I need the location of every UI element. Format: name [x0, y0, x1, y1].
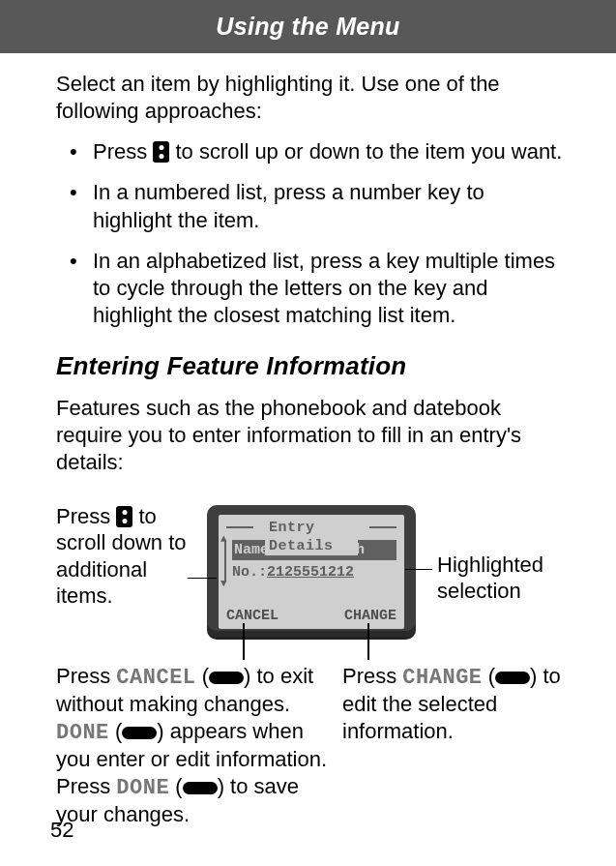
callout-line	[405, 569, 432, 571]
list-item: In a numbered list, press a number key t…	[56, 179, 563, 233]
list-item: Press to scroll up or down to the item y…	[56, 138, 563, 165]
callout-line	[367, 623, 369, 660]
callout-line	[243, 623, 245, 660]
callout-change: Press CHANGE () to edit the selected inf…	[342, 663, 579, 745]
callout-cancel: Press CANCEL () to exit without making c…	[56, 663, 341, 828]
b1-pre: Press	[93, 139, 153, 164]
scroll-line	[224, 540, 226, 581]
softkey-left: CANCEL	[226, 607, 279, 625]
bullet-list: Press to scroll up or down to the item y…	[56, 138, 563, 329]
row2-value: 2125551212	[267, 564, 354, 581]
feature-intro: Features such as the phonebook and dateb…	[56, 395, 563, 476]
t: (	[109, 719, 122, 743]
b1-post: to scroll up or down to the item you wan…	[169, 139, 562, 164]
scroll-down-icon: ▼	[220, 579, 227, 589]
change-label: CHANGE	[402, 666, 482, 690]
t: (	[483, 664, 495, 688]
t: Press	[342, 664, 402, 688]
page-header: Using the Menu	[0, 0, 616, 53]
page-number: 52	[50, 818, 73, 843]
title-rule	[226, 526, 253, 528]
phone-inner: Entry Details ▲ ▼ Name:John Smith No.:21…	[219, 515, 404, 629]
cancel-label: CANCEL	[116, 666, 195, 690]
figure-area: Press to scroll down to additional items…	[39, 503, 563, 822]
screen-title: Entry Details	[265, 519, 358, 555]
title-rule	[369, 526, 396, 528]
entry-row-number: No.:2125551212	[232, 563, 396, 582]
done-label: DONE	[56, 721, 109, 745]
intro-text: Select an item by highlighting it. Use o…	[56, 71, 563, 125]
right-softkey-icon	[495, 672, 530, 684]
callout-highlight: Highlighted selection	[437, 552, 601, 605]
done-label-2: DONE	[116, 776, 169, 800]
callout-scroll-pre: Press	[56, 504, 116, 528]
callout-scroll: Press to scroll down to additional items…	[56, 503, 196, 610]
page-body: Select an item by highlighting it. Use o…	[0, 53, 616, 822]
section-heading: Entering Feature Information	[56, 350, 563, 382]
t: Press	[56, 664, 116, 688]
t: (	[196, 664, 209, 688]
t: (	[169, 774, 182, 798]
list-item: In an alphabetized list, press a key mul…	[56, 248, 563, 329]
row2-label: No.:	[232, 564, 267, 581]
callout-line	[188, 578, 217, 580]
header-title: Using the Menu	[216, 13, 399, 40]
nav-key-icon	[116, 506, 132, 527]
left-softkey-icon	[183, 782, 218, 794]
softkey-right: CHANGE	[344, 607, 396, 625]
softkey-bar: CANCEL CHANGE	[226, 607, 396, 625]
left-softkey-icon	[122, 727, 157, 739]
left-softkey-icon	[209, 672, 244, 684]
nav-key-icon	[153, 141, 169, 163]
phone-screen: Entry Details ▲ ▼ Name:John Smith No.:21…	[207, 505, 416, 637]
